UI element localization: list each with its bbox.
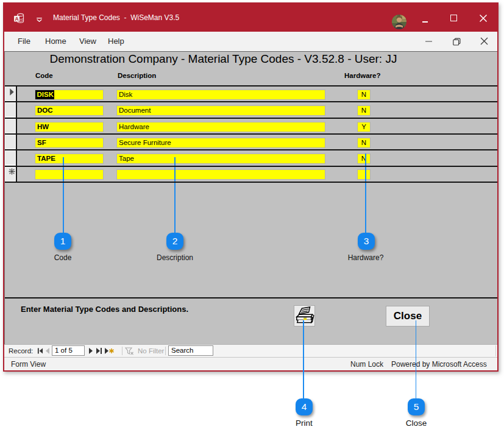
svg-text:A: A <box>15 16 18 22</box>
